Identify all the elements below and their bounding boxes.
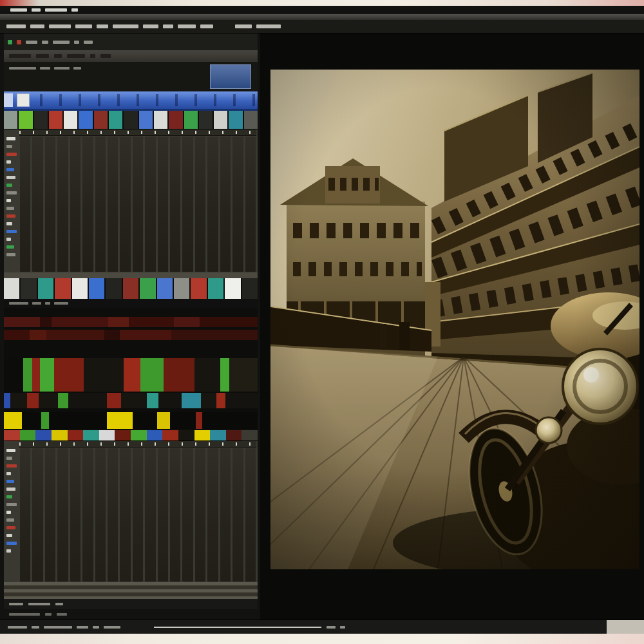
text-fragment[interactable] (97, 24, 108, 28)
timeline-clip[interactable] (32, 358, 40, 392)
clip-tile[interactable] (208, 278, 223, 299)
timeline-marker[interactable] (196, 412, 202, 429)
timeline-clip[interactable] (124, 358, 140, 392)
clip-tile[interactable] (106, 278, 121, 299)
timeline-clip[interactable] (30, 330, 46, 340)
sequencer-column[interactable] (120, 136, 130, 272)
timeline-clip[interactable] (121, 393, 147, 408)
color-swatch[interactable] (194, 430, 211, 440)
text-fragment[interactable] (30, 24, 44, 28)
timeline-marker[interactable] (22, 412, 41, 429)
text-fragment[interactable] (143, 24, 158, 28)
timeline-marker[interactable] (49, 412, 107, 429)
clip-tile[interactable] (140, 278, 155, 299)
clip-tile[interactable] (225, 278, 240, 299)
sequencer-column[interactable] (45, 136, 55, 272)
text-fragment[interactable] (74, 41, 79, 44)
timeline-clip[interactable] (54, 358, 84, 392)
timeline-clip[interactable] (46, 330, 104, 340)
text-fragment[interactable] (84, 41, 93, 44)
sequencer-column[interactable] (120, 448, 130, 582)
timeline-marker[interactable] (202, 412, 258, 429)
sequencer-column[interactable] (195, 448, 205, 582)
sequencer-column[interactable] (170, 136, 180, 272)
sequencer-column[interactable] (232, 448, 243, 582)
clip-tile[interactable] (34, 111, 48, 129)
sequencer-column[interactable] (95, 136, 106, 272)
clip-tile[interactable] (94, 111, 108, 129)
sequencer-column[interactable] (82, 448, 93, 582)
color-swatch[interactable] (83, 430, 99, 440)
color-swatch[interactable] (131, 430, 147, 440)
sequencer-column[interactable] (108, 448, 118, 582)
timeline-clip[interactable] (104, 330, 120, 340)
clip-tile[interactable] (4, 111, 17, 129)
timeline-clip[interactable] (164, 358, 194, 392)
sequencer-column[interactable] (232, 136, 243, 272)
sequencer-column[interactable] (45, 448, 55, 582)
timeline-clip[interactable] (4, 393, 10, 408)
sequencer-column[interactable] (245, 136, 256, 272)
timeline-clip[interactable] (4, 330, 30, 340)
clip-tile[interactable] (21, 278, 36, 299)
clip-tile[interactable] (64, 111, 77, 129)
window-titlebar[interactable] (0, 6, 644, 14)
sequencer-column[interactable] (20, 136, 30, 272)
timeline-clip[interactable] (194, 358, 220, 392)
color-swatch[interactable] (226, 430, 242, 440)
clip-tile[interactable] (214, 111, 227, 129)
clip-tile[interactable] (109, 111, 122, 129)
sequencer-column[interactable] (57, 136, 68, 272)
sequencer-column[interactable] (220, 136, 231, 272)
clip-tile[interactable] (199, 111, 213, 129)
clip-tile[interactable] (124, 111, 137, 129)
clip-tile[interactable] (139, 111, 153, 129)
timeline-clip[interactable] (220, 358, 229, 392)
timeline-clip[interactable] (58, 393, 68, 408)
text-fragment[interactable] (200, 24, 213, 28)
sequencer-column[interactable] (133, 448, 143, 582)
text-fragment[interactable] (113, 24, 138, 28)
sequencer-column[interactable] (170, 448, 180, 582)
clip-tile[interactable] (242, 278, 258, 299)
clip-tile[interactable] (72, 278, 88, 299)
color-swatch[interactable] (52, 430, 68, 440)
text-fragment[interactable] (256, 24, 281, 28)
color-swatch[interactable] (4, 430, 20, 440)
color-swatch[interactable] (35, 430, 52, 440)
text-fragment[interactable] (53, 41, 70, 44)
timeline-clip[interactable] (174, 317, 200, 327)
timeline-clip[interactable] (68, 393, 107, 408)
clip-tile[interactable] (55, 278, 70, 299)
sequencer-column[interactable] (195, 136, 205, 272)
color-swatch[interactable] (242, 430, 258, 440)
sequencer-column[interactable] (70, 136, 80, 272)
sequencer-column[interactable] (70, 448, 80, 582)
text-fragment[interactable] (26, 41, 37, 44)
timeline-clip[interactable] (10, 393, 27, 408)
clip-tile[interactable] (79, 111, 92, 129)
timeline-clip[interactable] (27, 393, 39, 408)
timeline-clip[interactable] (4, 358, 23, 392)
color-swatch[interactable] (162, 430, 178, 440)
color-swatch[interactable] (210, 430, 226, 440)
color-swatch[interactable] (115, 430, 131, 440)
text-fragment[interactable] (75, 24, 92, 28)
text-fragment[interactable] (49, 24, 71, 28)
sequencer-column[interactable] (158, 136, 168, 272)
clip-tile[interactable] (154, 111, 167, 129)
clip-tile[interactable] (229, 111, 242, 129)
timeline-marker[interactable] (133, 412, 157, 429)
timeline-clip[interactable] (147, 393, 158, 408)
sequencer-column[interactable] (82, 136, 93, 272)
sequencer-column[interactable] (145, 448, 155, 582)
sequencer-column[interactable] (32, 448, 43, 582)
timeline-clip[interactable] (129, 317, 174, 327)
clip-tile[interactable] (157, 278, 173, 299)
timeline-marker[interactable] (4, 412, 22, 429)
timeline-clip[interactable] (182, 393, 201, 408)
panel-widget[interactable] (210, 64, 251, 89)
timeline-clip[interactable] (140, 358, 164, 392)
timeline-clip[interactable] (171, 330, 258, 340)
timeline-marker[interactable] (41, 412, 49, 429)
